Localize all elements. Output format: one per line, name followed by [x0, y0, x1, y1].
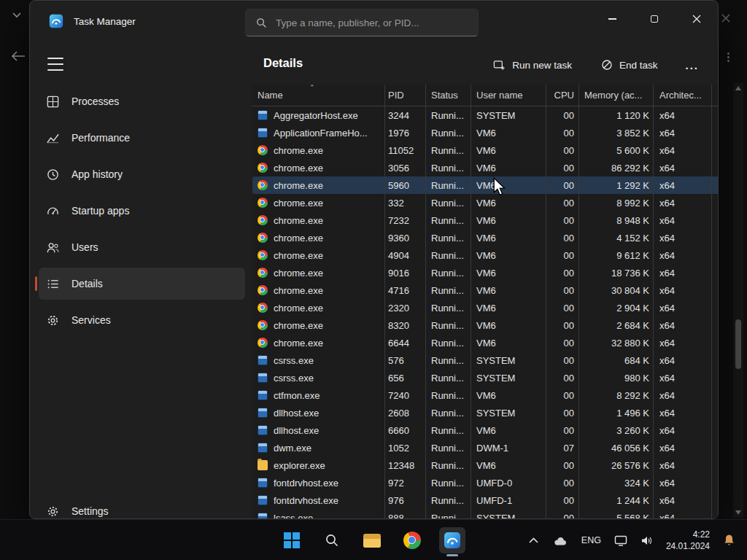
mouse-cursor — [492, 177, 508, 196]
process-name: chrome.exe — [274, 268, 323, 279]
table-row[interactable]: ctfmon.exe 7240 Runni... VM6 00 8 292 K … — [252, 386, 719, 404]
minimize-button[interactable] — [591, 1, 633, 37]
sidebar-item-processes[interactable]: Processes — [39, 85, 245, 117]
table-row[interactable]: dllhost.exe 2608 Runni... SYSTEM 00 1 49… — [252, 404, 719, 421]
process-architecture: x64 — [654, 456, 712, 474]
run-new-task-button[interactable]: Run new task — [486, 54, 579, 77]
table-row[interactable]: chrome.exe 11052 Runni... VM6 00 5 600 K… — [252, 141, 719, 159]
table-row[interactable]: lsass.exe 888 Runni... SYSTEM 00 5 568 K… — [252, 509, 719, 519]
sidebar-item-performance[interactable]: Performance — [39, 122, 245, 154]
close-button[interactable] — [676, 1, 718, 37]
table-row[interactable]: chrome.exe 7232 Runni... VM6 00 8 948 K … — [252, 211, 719, 229]
process-status: Runni... — [426, 106, 471, 124]
table-row[interactable]: chrome.exe 9016 Runni... VM6 00 18 736 K… — [252, 264, 719, 281]
file-icon — [258, 110, 268, 120]
table-row[interactable]: chrome.exe 8320 Runni... VM6 00 2 684 K … — [252, 316, 719, 334]
search-box[interactable] — [245, 9, 479, 36]
table-row[interactable]: dwm.exe 1052 Runni... DWM-1 07 46 056 K … — [252, 439, 719, 456]
task-manager-button[interactable] — [439, 527, 465, 553]
process-status: Runni... — [426, 299, 471, 316]
show-hidden-icons-chevron[interactable] — [528, 537, 539, 544]
end-task-button[interactable]: End task — [594, 54, 665, 76]
volume-tray-icon[interactable] — [640, 535, 653, 546]
display-tray-icon[interactable] — [614, 535, 627, 546]
process-architecture: x64 — [654, 176, 712, 194]
process-name: chrome.exe — [274, 233, 323, 244]
process-pid: 8320 — [385, 316, 426, 334]
more-options-button[interactable]: ... — [679, 56, 705, 74]
sidebar-item-label: Settings — [71, 505, 109, 517]
process-memory: 2 904 K — [579, 299, 654, 316]
file-icon — [258, 233, 268, 243]
process-status: Runni... — [426, 281, 471, 299]
kebab-menu-icon[interactable] — [727, 51, 729, 63]
process-name: ctfmon.exe — [274, 390, 320, 401]
table-row[interactable]: dllhost.exe 6660 Runni... VM6 00 3 260 K… — [252, 421, 719, 439]
sidebar-item-details[interactable]: Details — [39, 268, 245, 300]
sidebar-item-services[interactable]: Services — [39, 304, 245, 336]
scroll-up-icon[interactable] — [735, 86, 741, 90]
sidebar-item-label: Details — [71, 278, 103, 289]
table-row[interactable]: csrss.exe 576 Runni... SYSTEM 00 684 K x… — [252, 351, 719, 369]
table-row[interactable]: chrome.exe 5960 Runni... VM6 00 1 292 K … — [252, 176, 719, 194]
language-indicator[interactable]: ENG — [581, 535, 601, 545]
column-header-status[interactable]: Status — [426, 85, 471, 106]
process-name: chrome.exe — [274, 180, 323, 191]
table-row[interactable]: chrome.exe 9360 Runni... VM6 00 4 152 K … — [252, 229, 719, 246]
scroll-down-icon[interactable] — [735, 510, 741, 515]
taskbar-search-button[interactable] — [319, 527, 345, 553]
hamburger-menu-button[interactable] — [47, 58, 63, 71]
onedrive-cloud-icon[interactable] — [552, 535, 568, 546]
file-icon — [258, 303, 268, 313]
column-header-user-name[interactable]: User name — [471, 85, 546, 106]
chevron-down-icon[interactable] — [10, 10, 23, 20]
file-icon — [258, 425, 268, 435]
process-pid: 332 — [385, 194, 426, 211]
process-cpu: 00 — [546, 491, 579, 509]
start-button[interactable] — [279, 527, 305, 553]
run-new-task-label: Run new task — [512, 60, 572, 71]
clock[interactable]: 4:22 24.01.2024 — [666, 529, 710, 552]
column-header-pid[interactable]: PID — [385, 85, 426, 106]
table-row[interactable]: explorer.exe 12348 Runni... VM6 00 26 57… — [252, 456, 719, 474]
column-header-architecture[interactable]: Architec... — [654, 85, 712, 106]
scrollbar-thumb[interactable] — [735, 319, 741, 369]
table-row[interactable]: chrome.exe 6644 Runni... VM6 00 32 880 K… — [252, 334, 719, 351]
end-task-icon — [601, 59, 613, 71]
background-close-icon[interactable] — [721, 13, 731, 23]
table-row[interactable]: ApplicationFrameHo... 1976 Runni... VM6 … — [252, 124, 719, 141]
process-status: Runni... — [426, 316, 471, 334]
search-input[interactable] — [267, 18, 478, 28]
table-row[interactable]: fontdrvhost.exe 972 Runni... UMFD-0 00 3… — [252, 474, 719, 491]
file-explorer-button[interactable] — [359, 527, 385, 553]
sidebar-item-app-history[interactable]: App history — [39, 158, 245, 190]
table-row[interactable]: csrss.exe 656 Runni... SYSTEM 00 980 K x… — [252, 369, 719, 386]
table-row[interactable]: chrome.exe 4716 Runni... VM6 00 30 804 K… — [252, 281, 719, 299]
process-pid: 2608 — [385, 404, 426, 421]
sidebar-item-startup-apps[interactable]: Startup apps — [39, 195, 245, 227]
column-header-memory[interactable]: Memory (ac... — [579, 85, 654, 106]
process-memory: 980 K — [579, 369, 654, 386]
sidebar-item-users[interactable]: Users — [39, 231, 245, 263]
maximize-button[interactable] — [633, 1, 676, 37]
details-table: ⌃ Name PID Status User name CPU Memory (… — [252, 85, 719, 518]
notification-bell-icon[interactable] — [723, 534, 735, 547]
sidebar-item-settings[interactable]: Settings — [39, 495, 245, 519]
back-arrow-icon[interactable] — [10, 50, 26, 63]
column-header-cpu[interactable]: CPU — [546, 85, 579, 106]
chrome-button[interactable] — [399, 527, 425, 553]
process-architecture: x64 — [654, 106, 712, 124]
table-row[interactable]: AggregatorHost.exe 3244 Runni... SYSTEM … — [252, 106, 719, 124]
process-cpu: 00 — [546, 369, 579, 386]
table-row[interactable]: fontdrvhost.exe 976 Runni... UMFD-1 00 1… — [252, 491, 719, 509]
process-memory: 8 948 K — [579, 211, 654, 229]
table-row[interactable]: chrome.exe 2320 Runni... VM6 00 2 904 K … — [252, 299, 719, 316]
column-header-name[interactable]: ⌃ Name — [252, 85, 385, 106]
table-row[interactable]: chrome.exe 4904 Runni... VM6 00 9 612 K … — [252, 246, 719, 264]
sort-ascending-icon: ⌃ — [309, 85, 315, 91]
table-row[interactable]: chrome.exe 332 Runni... VM6 00 8 992 K x… — [252, 194, 719, 211]
table-row[interactable]: chrome.exe 3056 Runni... VM6 00 86 292 K… — [252, 159, 719, 176]
process-architecture: x64 — [654, 194, 712, 211]
background-scrollbar[interactable] — [733, 83, 743, 518]
process-pid: 4904 — [385, 246, 426, 264]
